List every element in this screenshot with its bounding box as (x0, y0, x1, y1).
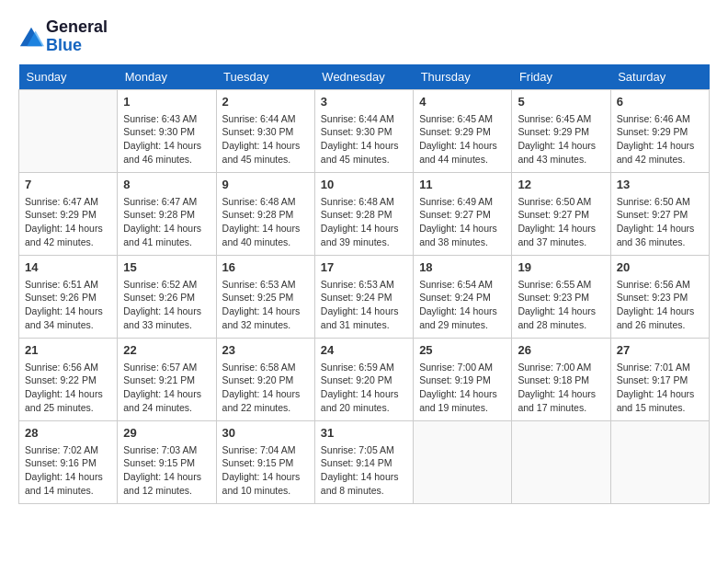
calendar-cell: 20 Sunrise: 6:56 AM Sunset: 9:23 PM Dayl… (610, 255, 709, 338)
sunset: Sunset: 9:15 PM (222, 456, 309, 470)
weekday-header-thursday: Thursday (414, 64, 512, 90)
sunset: Sunset: 9:26 PM (123, 291, 210, 304)
daylight: Daylight: 14 hours and 33 minutes. (123, 304, 210, 331)
weekday-header-wednesday: Wednesday (314, 64, 413, 90)
day-info: Sunrise: 6:55 AM Sunset: 9:23 PM Dayligh… (518, 278, 604, 332)
day-info: Sunrise: 7:04 AM Sunset: 9:15 PM Dayligh… (222, 443, 309, 498)
calendar-week-2: 7 Sunrise: 6:47 AM Sunset: 9:29 PM Dayli… (19, 172, 710, 255)
sunrise: Sunrise: 6:47 AM (25, 195, 111, 209)
sunrise: Sunrise: 6:51 AM (25, 278, 111, 292)
weekday-header-saturday: Saturday (610, 64, 709, 90)
sunrise: Sunrise: 6:57 AM (123, 361, 210, 374)
calendar-cell: 26 Sunrise: 7:00 AM Sunset: 9:18 PM Dayl… (512, 338, 610, 420)
sunrise: Sunrise: 6:54 AM (419, 278, 506, 292)
calendar-cell: 28 Sunrise: 7:02 AM Sunset: 9:16 PM Dayl… (19, 420, 118, 503)
calendar-cell: 27 Sunrise: 7:01 AM Sunset: 9:17 PM Dayl… (610, 338, 709, 420)
day-number: 11 (419, 177, 506, 193)
calendar-cell: 3 Sunrise: 6:44 AM Sunset: 9:30 PM Dayli… (314, 89, 413, 172)
day-number: 2 (222, 94, 309, 110)
calendar-cell: 10 Sunrise: 6:48 AM Sunset: 9:28 PM Dayl… (314, 172, 413, 255)
day-number: 18 (419, 259, 506, 276)
calendar-table: SundayMondayTuesdayWednesdayThursdayFrid… (18, 64, 710, 504)
sunrise: Sunrise: 6:59 AM (321, 361, 407, 374)
calendar-cell: 23 Sunrise: 6:58 AM Sunset: 9:20 PM Dayl… (216, 338, 314, 420)
day-number: 16 (222, 259, 309, 276)
day-info: Sunrise: 6:54 AM Sunset: 9:24 PM Dayligh… (419, 278, 506, 332)
calendar-cell: 9 Sunrise: 6:48 AM Sunset: 9:28 PM Dayli… (216, 172, 314, 255)
daylight: Daylight: 14 hours and 38 minutes. (419, 222, 506, 248)
sunset: Sunset: 9:27 PM (617, 208, 703, 222)
sunrise: Sunrise: 7:01 AM (617, 361, 703, 374)
day-number: 5 (518, 94, 604, 110)
day-number: 13 (617, 177, 703, 193)
daylight: Daylight: 14 hours and 37 minutes. (518, 222, 604, 248)
daylight: Daylight: 14 hours and 17 minutes. (518, 387, 604, 414)
calendar-cell (610, 420, 709, 503)
sunrise: Sunrise: 6:46 AM (617, 112, 703, 126)
calendar-cell: 12 Sunrise: 6:50 AM Sunset: 9:27 PM Dayl… (512, 172, 610, 255)
sunrise: Sunrise: 6:47 AM (123, 195, 210, 209)
sunrise: Sunrise: 7:02 AM (25, 443, 111, 457)
sunrise: Sunrise: 6:45 AM (419, 112, 506, 126)
sunrise: Sunrise: 6:44 AM (321, 112, 407, 126)
daylight: Daylight: 14 hours and 29 minutes. (419, 304, 506, 331)
day-info: Sunrise: 6:52 AM Sunset: 9:26 PM Dayligh… (123, 278, 210, 332)
day-info: Sunrise: 6:50 AM Sunset: 9:27 PM Dayligh… (617, 195, 703, 249)
sunset: Sunset: 9:29 PM (617, 125, 703, 139)
day-number: 3 (321, 94, 407, 110)
daylight: Daylight: 14 hours and 24 minutes. (123, 387, 210, 414)
day-number: 17 (321, 259, 407, 276)
sunset: Sunset: 9:29 PM (25, 208, 111, 222)
calendar-cell: 25 Sunrise: 7:00 AM Sunset: 9:19 PM Dayl… (414, 338, 512, 420)
day-number: 7 (25, 177, 111, 193)
day-info: Sunrise: 6:46 AM Sunset: 9:29 PM Dayligh… (617, 112, 703, 167)
calendar-cell: 30 Sunrise: 7:04 AM Sunset: 9:15 PM Dayl… (216, 420, 314, 503)
daylight: Daylight: 14 hours and 15 minutes. (617, 387, 703, 414)
logo: General Blue (18, 18, 108, 55)
calendar-cell: 6 Sunrise: 6:46 AM Sunset: 9:29 PM Dayli… (610, 89, 709, 172)
sunset: Sunset: 9:27 PM (419, 208, 506, 222)
calendar-cell: 22 Sunrise: 6:57 AM Sunset: 9:21 PM Dayl… (118, 338, 216, 420)
sunset: Sunset: 9:20 PM (321, 373, 407, 387)
day-info: Sunrise: 6:56 AM Sunset: 9:22 PM Dayligh… (25, 361, 111, 415)
day-info: Sunrise: 6:58 AM Sunset: 9:20 PM Dayligh… (222, 361, 309, 415)
calendar-cell: 18 Sunrise: 6:54 AM Sunset: 9:24 PM Dayl… (414, 255, 512, 338)
calendar-body: 1 Sunrise: 6:43 AM Sunset: 9:30 PM Dayli… (19, 89, 710, 503)
sunset: Sunset: 9:18 PM (518, 373, 604, 387)
calendar-week-4: 21 Sunrise: 6:56 AM Sunset: 9:22 PM Dayl… (19, 338, 710, 420)
daylight: Daylight: 14 hours and 45 minutes. (321, 139, 407, 166)
daylight: Daylight: 14 hours and 8 minutes. (321, 470, 407, 497)
day-number: 30 (222, 425, 309, 442)
calendar-cell: 5 Sunrise: 6:45 AM Sunset: 9:29 PM Dayli… (512, 89, 610, 172)
day-info: Sunrise: 6:44 AM Sunset: 9:30 PM Dayligh… (321, 112, 407, 167)
day-number: 8 (123, 177, 210, 193)
daylight: Daylight: 14 hours and 12 minutes. (123, 470, 210, 497)
sunset: Sunset: 9:29 PM (518, 125, 604, 139)
daylight: Daylight: 14 hours and 28 minutes. (518, 304, 604, 331)
day-number: 25 (419, 342, 506, 359)
daylight: Daylight: 14 hours and 46 minutes. (123, 139, 210, 166)
sunrise: Sunrise: 6:44 AM (222, 112, 309, 126)
sunrise: Sunrise: 6:52 AM (123, 278, 210, 292)
sunrise: Sunrise: 6:50 AM (518, 195, 604, 209)
sunset: Sunset: 9:22 PM (25, 373, 111, 387)
day-number: 10 (321, 177, 407, 193)
day-number: 15 (123, 259, 210, 276)
sunrise: Sunrise: 6:56 AM (617, 278, 703, 292)
weekday-header-sunday: Sunday (19, 64, 118, 90)
sunrise: Sunrise: 6:45 AM (518, 112, 604, 126)
daylight: Daylight: 14 hours and 32 minutes. (222, 304, 309, 331)
day-number: 19 (518, 259, 604, 276)
sunset: Sunset: 9:14 PM (321, 456, 407, 470)
day-number: 24 (321, 342, 407, 359)
daylight: Daylight: 14 hours and 20 minutes. (321, 387, 407, 414)
sunrise: Sunrise: 6:56 AM (25, 361, 111, 374)
day-info: Sunrise: 6:51 AM Sunset: 9:26 PM Dayligh… (25, 278, 111, 332)
day-info: Sunrise: 7:02 AM Sunset: 9:16 PM Dayligh… (25, 443, 111, 498)
sunset: Sunset: 9:28 PM (321, 208, 407, 222)
day-info: Sunrise: 7:00 AM Sunset: 9:19 PM Dayligh… (419, 361, 506, 415)
logo-icon (18, 24, 44, 50)
day-info: Sunrise: 6:48 AM Sunset: 9:28 PM Dayligh… (222, 195, 309, 249)
sunset: Sunset: 9:16 PM (25, 456, 111, 470)
sunset: Sunset: 9:24 PM (419, 291, 506, 304)
